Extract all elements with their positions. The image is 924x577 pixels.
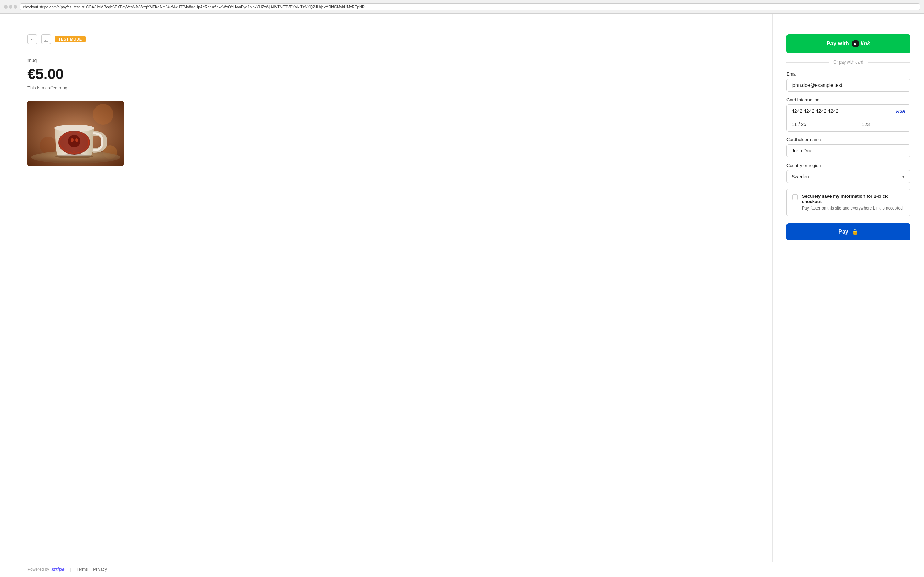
- powered-by-text: Powered by: [27, 567, 49, 572]
- browser-dot-2: [9, 5, 12, 8]
- divider-line-left: [787, 62, 829, 63]
- pay-with-text: Pay with: [827, 40, 849, 47]
- product-name: mug: [27, 58, 745, 63]
- link-text: link: [861, 40, 871, 47]
- card-number-input[interactable]: [792, 108, 895, 114]
- pay-button-label: Pay: [838, 229, 848, 235]
- card-info-group: Card information VISA: [787, 97, 910, 132]
- svg-point-13: [71, 139, 74, 142]
- card-info-container: VISA 123: [787, 105, 910, 132]
- card-cvc-row: 123: [857, 118, 910, 131]
- lock-icon: 🔒: [852, 229, 858, 235]
- card-expiry-input[interactable]: [787, 118, 857, 131]
- privacy-link[interactable]: Privacy: [93, 567, 107, 572]
- email-group: Email: [787, 71, 910, 92]
- receipt-button[interactable]: [41, 34, 51, 44]
- svg-point-16: [55, 154, 93, 158]
- card-bottom-row: 123: [787, 118, 910, 131]
- svg-point-5: [93, 104, 113, 125]
- divider-text: Or pay with card: [833, 60, 863, 64]
- browser-bar: checkout.stripe.com/c/pay/cs_test_a1COA8…: [0, 0, 924, 14]
- card-info-label: Card information: [787, 97, 910, 102]
- country-label: Country or region: [787, 163, 910, 168]
- test-mode-badge: TEST MODE: [55, 36, 86, 42]
- link-bolt-icon: ►: [852, 40, 859, 47]
- country-group: Country or region Sweden United States U…: [787, 163, 910, 183]
- country-select[interactable]: Sweden United States United Kingdom Germ…: [787, 170, 910, 183]
- top-nav: ← TEST MODE: [27, 34, 745, 44]
- product-price: €5.00: [27, 66, 745, 82]
- visa-icon: VISA: [895, 108, 905, 114]
- product-description: This is a coffee mug!: [27, 85, 745, 90]
- product-image: CUBA: [27, 101, 124, 166]
- svg-point-6: [40, 137, 57, 154]
- mug-illustration: CUBA: [27, 101, 124, 166]
- svg-point-14: [75, 139, 78, 142]
- link-logo: ► link: [852, 40, 871, 47]
- pay-button[interactable]: Pay 🔒: [787, 223, 910, 240]
- footer: Powered by stripe | Terms Privacy: [0, 562, 924, 577]
- svg-text:CUBA: CUBA: [72, 151, 77, 153]
- back-button[interactable]: ←: [27, 34, 37, 44]
- cardholder-group: Cardholder name: [787, 137, 910, 157]
- cardholder-input[interactable]: [787, 144, 910, 157]
- save-info-title: Securely save my information for 1-click…: [802, 194, 905, 204]
- browser-dot-1: [4, 5, 8, 8]
- svg-point-12: [68, 135, 81, 147]
- browser-dot-3: [14, 5, 17, 8]
- cardholder-label: Cardholder name: [787, 137, 910, 142]
- terms-link[interactable]: Terms: [77, 567, 88, 572]
- save-info-text: Securely save my information for 1-click…: [802, 194, 905, 211]
- country-select-container: Sweden United States United Kingdom Germ…: [787, 170, 910, 183]
- browser-url[interactable]: checkout.stripe.com/c/pay/cs_test_a1COA8…: [20, 3, 920, 10]
- email-input[interactable]: [787, 79, 910, 92]
- footer-brand: Powered by stripe: [27, 567, 65, 572]
- card-cvc-input[interactable]: [862, 122, 910, 127]
- footer-separator: |: [70, 567, 71, 572]
- save-info-description: Pay faster on this site and everywhere L…: [802, 205, 905, 211]
- email-label: Email: [787, 71, 910, 77]
- save-info-box: Securely save my information for 1-click…: [787, 189, 910, 216]
- browser-dots: [4, 5, 17, 8]
- page-container: ← TEST MODE mug €5.00 This is a coffee m…: [0, 14, 924, 577]
- stripe-wordmark: stripe: [51, 567, 64, 572]
- left-panel: ← TEST MODE mug €5.00 This is a coffee m…: [0, 14, 773, 577]
- divider-line-right: [867, 62, 910, 63]
- pay-with-link-button[interactable]: Pay with ► link: [787, 34, 910, 53]
- divider: Or pay with card: [787, 60, 910, 64]
- right-panel: Pay with ► link Or pay with card Email C…: [773, 14, 924, 577]
- card-number-row: VISA: [787, 105, 910, 118]
- save-info-checkbox[interactable]: [792, 194, 798, 200]
- receipt-icon: [44, 37, 48, 42]
